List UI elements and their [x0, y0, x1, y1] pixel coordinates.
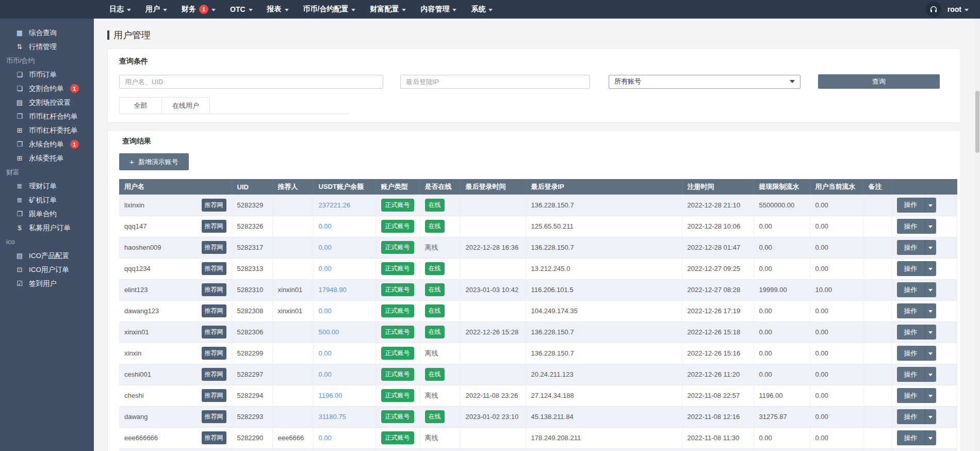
action-dropdown-toggle[interactable]: [925, 388, 936, 403]
action-button[interactable]: 操作: [897, 261, 925, 276]
referrer-network-button[interactable]: 推荐网: [202, 262, 226, 275]
usdt-balance-link[interactable]: 237221.26: [319, 201, 350, 209]
username-cell: elint123推荐网: [119, 279, 232, 300]
sidebar-item[interactable]: ≣理财订单: [0, 179, 94, 193]
referrer-network-button[interactable]: 推荐网: [202, 410, 226, 423]
nav-menu-item[interactable]: OTC: [223, 0, 260, 19]
sidebar-item[interactable]: ❐币币杠杆合约单: [0, 109, 94, 123]
referrer-network-button[interactable]: 推荐网: [202, 347, 226, 360]
usdt-balance-link[interactable]: 0.00: [319, 371, 332, 378]
scrollbar-thumb[interactable]: [975, 91, 979, 153]
account-type-cell: 正式账号: [375, 195, 419, 216]
action-dropdown-toggle[interactable]: [925, 430, 936, 445]
referrer-network-button[interactable]: 推荐网: [202, 283, 226, 296]
sidebar-item[interactable]: ⊞永续委托单: [0, 151, 94, 165]
balance-cell: 31180.75: [313, 406, 375, 427]
action-dropdown-toggle[interactable]: [925, 325, 936, 340]
nav-menu-item[interactable]: 内容管理: [413, 0, 464, 19]
sidebar-item[interactable]: ⇅行情管理: [0, 40, 94, 54]
usdt-balance-link[interactable]: 0.00: [319, 265, 332, 272]
action-dropdown-toggle[interactable]: [925, 346, 936, 361]
usdt-balance-link[interactable]: 0.00: [319, 244, 332, 251]
usdt-balance-link[interactable]: 31180.75: [319, 413, 346, 421]
sidebar-item[interactable]: ▤交割场控设置: [0, 95, 94, 109]
referrer-network-button[interactable]: 推荐网: [202, 389, 226, 402]
last-login-ip-input[interactable]: [400, 75, 590, 89]
uid-cell: 5282293: [232, 406, 272, 427]
sidebar-item[interactable]: ❐永续合约单1: [0, 137, 94, 151]
action-dropdown-toggle[interactable]: [925, 198, 936, 213]
action-button[interactable]: 操作: [897, 325, 925, 340]
usdt-balance-link[interactable]: 0.00: [319, 307, 332, 315]
action-dropdown-toggle[interactable]: [925, 367, 936, 382]
sidebar-item[interactable]: ⊞币币杠杆委托单: [0, 123, 94, 137]
referrer-network-button[interactable]: 推荐网: [202, 199, 226, 212]
nav-menu-item[interactable]: 财务1: [174, 0, 223, 19]
nav-menu-item[interactable]: 财富配置: [363, 0, 413, 19]
support-avatar-button[interactable]: [926, 2, 941, 17]
action-button[interactable]: 操作: [897, 303, 925, 318]
action-dropdown-toggle[interactable]: [925, 240, 936, 255]
action-button[interactable]: 操作: [897, 282, 925, 297]
nav-menu-item[interactable]: 报表: [260, 0, 296, 19]
online-badge: 在线: [425, 326, 445, 339]
chevron-down-icon: [211, 9, 216, 11]
usdt-balance-link[interactable]: 0.00: [319, 349, 332, 357]
action-button[interactable]: 操作: [897, 219, 925, 234]
referrer-network-button[interactable]: 推荐网: [202, 304, 226, 317]
action-button[interactable]: 操作: [897, 198, 925, 213]
remark-cell: [863, 364, 891, 385]
usdt-balance-link[interactable]: 0.00: [319, 222, 332, 230]
user-menu[interactable]: root: [948, 5, 969, 13]
referrer-network-button[interactable]: 推荐网: [202, 368, 226, 381]
action-button[interactable]: 操作: [897, 346, 925, 361]
sidebar-item[interactable]: ⊡ICO用户订单: [0, 263, 94, 277]
sidebar-item[interactable]: ▤ICO产品配置: [0, 249, 94, 263]
sidebar-item[interactable]: ☑签到用户: [0, 277, 94, 291]
action-dropdown-toggle[interactable]: [925, 409, 936, 424]
action-dropdown-toggle[interactable]: [925, 282, 936, 297]
usdt-balance-link[interactable]: 17948.90: [319, 286, 347, 294]
online-badge: 在线: [425, 410, 445, 423]
referrer-network-button[interactable]: 推荐网: [202, 241, 226, 254]
username-uid-input[interactable]: [119, 75, 383, 89]
referrer-network-button[interactable]: 推荐网: [202, 326, 226, 339]
search-button[interactable]: 查询: [818, 74, 940, 89]
referrer-network-button[interactable]: 推荐网: [202, 431, 226, 444]
balance-cell: 0.00: [313, 258, 375, 279]
action-button[interactable]: 操作: [897, 367, 925, 382]
usdt-balance-link[interactable]: 500.00: [319, 328, 339, 336]
sidebar-item[interactable]: ▦综合查询: [0, 26, 94, 40]
table-row: dawang123推荐网5282308xinxin010.00正式账号在线104…: [119, 300, 957, 321]
nav-menu-item[interactable]: 用户: [138, 0, 174, 19]
last-login-time-cell: [460, 427, 526, 448]
referrer-network-button[interactable]: 推荐网: [202, 220, 226, 233]
sidebar-item[interactable]: ❏交割合约单1: [0, 82, 94, 95]
nav-menu-item[interactable]: 日志: [102, 0, 138, 19]
remark-cell: [863, 300, 891, 321]
nav-menu-item[interactable]: 币币/合约配置: [296, 0, 363, 19]
action-button[interactable]: 操作: [897, 240, 925, 255]
action-button[interactable]: 操作: [897, 388, 925, 403]
filter-tab[interactable]: 全部: [119, 97, 161, 114]
headset-icon: [929, 5, 938, 13]
action-button[interactable]: 操作: [897, 430, 925, 445]
account-type-cell: 正式账号: [375, 364, 419, 385]
sidebar-item[interactable]: $私募用户订单: [0, 221, 94, 235]
action-dropdown-toggle[interactable]: [925, 303, 936, 318]
usdt-balance-link[interactable]: 0.00: [319, 434, 332, 442]
current-flow-cell: 0.00: [810, 343, 863, 364]
filter-tab[interactable]: 在线用户: [161, 97, 210, 114]
sidebar-item[interactable]: ❐跟单合约: [0, 207, 94, 221]
account-type-select[interactable]: 所有账号: [609, 75, 801, 89]
online-status-cell: 离线: [419, 427, 460, 448]
sidebar-item[interactable]: ❏币币订单: [0, 68, 94, 82]
add-demo-account-button[interactable]: + 新增演示账号: [119, 153, 189, 170]
usdt-balance-link[interactable]: 1196.00: [319, 392, 342, 399]
nav-menu-item[interactable]: 系统: [464, 0, 500, 19]
action-dropdown-toggle[interactable]: [925, 219, 936, 234]
action-button[interactable]: 操作: [897, 409, 925, 424]
sidebar-item[interactable]: ≣矿机订单: [0, 193, 94, 207]
table-row: xinxin01推荐网5282306500.00正式账号在线2022-12-26…: [119, 321, 957, 343]
action-dropdown-toggle[interactable]: [925, 261, 936, 276]
